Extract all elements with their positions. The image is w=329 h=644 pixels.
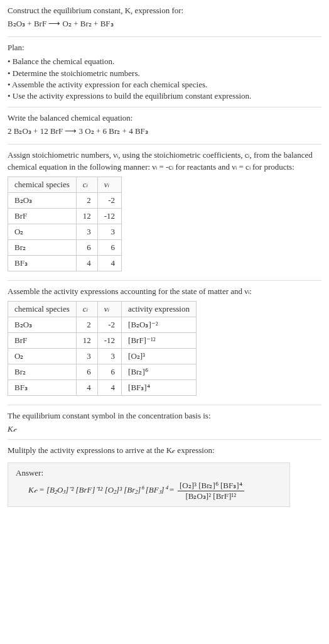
plan-item: • Determine the stoichiometric numbers. (8, 68, 321, 79)
cell-c: 2 (76, 317, 97, 332)
cell-species: O₂ (8, 224, 77, 239)
activity-section: Assemble the activity expressions accoun… (8, 286, 321, 405)
cell-c: 3 (76, 348, 97, 364)
symbol-kc: K𝒸 (8, 424, 321, 434)
cell-v: -12 (97, 208, 121, 224)
intro-equation: B₂O₃ + BrF ⟶ O₂ + Br₂ + BF₃ (8, 19, 321, 29)
cell-activity: [B₂O₃]⁻² (122, 317, 197, 332)
multiply-section: Mulitply the activity expressions to arr… (8, 445, 321, 512)
answer-fraction: [O₂]³ [Br₂]⁶ [BF₃]⁴ [B₂O₃]² [BrF]¹² (178, 481, 244, 501)
activity-table: chemical species cᵢ νᵢ activity expressi… (8, 301, 197, 396)
plan-section: Plan: • Balance the chemical equation. •… (8, 42, 321, 107)
cell-v: -12 (97, 332, 121, 348)
table-row: O₂ 3 3 [O₂]³ (8, 348, 197, 364)
balanced-line1: Write the balanced chemical equation: (8, 112, 321, 124)
cell-c: 3 (76, 224, 97, 239)
cell-v: 6 (97, 239, 121, 255)
cell-species: BF₃ (8, 255, 77, 271)
activity-text: Assemble the activity expressions accoun… (8, 286, 321, 297)
balanced-section: Write the balanced chemical equation: 2 … (8, 112, 321, 145)
plan-item: • Balance the chemical equation. (8, 56, 321, 67)
cell-species: B₂O₃ (8, 317, 77, 332)
table-row: Br₂ 6 6 (8, 239, 122, 255)
cell-v: 3 (97, 348, 121, 364)
cell-species: B₂O₃ (8, 192, 77, 208)
symbol-section: The equilibrium constant symbol in the c… (8, 410, 321, 440)
cell-activity: [O₂]³ (122, 348, 197, 364)
answer-lhs: K𝒸 = [B₂O₃]⁻² [BrF]⁻¹² [O₂]³ [Br₂]⁶ [BF₃… (28, 486, 176, 495)
cell-activity: [BrF]⁻¹² (122, 332, 197, 348)
col-header: cᵢ (76, 301, 97, 317)
col-header: cᵢ (76, 177, 97, 192)
plan-list: • Balance the chemical equation. • Deter… (8, 56, 321, 102)
col-header: activity expression (122, 301, 197, 317)
table-header-row: chemical species cᵢ νᵢ (8, 177, 122, 192)
cell-species: Br₂ (8, 239, 77, 255)
table-row: BF₃ 4 4 [BF₃]⁴ (8, 379, 197, 395)
col-header: νᵢ (97, 301, 121, 317)
answer-label: Answer: (16, 468, 282, 478)
cell-v: 3 (97, 224, 121, 239)
answer-formula: K𝒸 = [B₂O₃]⁻² [BrF]⁻¹² [O₂]³ [Br₂]⁶ [BF₃… (16, 481, 282, 501)
cell-c: 12 (76, 208, 97, 224)
intro-section: Construct the equilibrium constant, K, e… (8, 5, 321, 37)
cell-v: -2 (97, 192, 121, 208)
fraction-numerator: [O₂]³ [Br₂]⁶ [BF₃]⁴ (178, 481, 244, 491)
answer-box: Answer: K𝒸 = [B₂O₃]⁻² [BrF]⁻¹² [O₂]³ [Br… (8, 462, 290, 507)
stoich-table: chemical species cᵢ νᵢ B₂O₃ 2 -2 BrF 12 … (8, 177, 122, 271)
multiply-text: Mulitply the activity expressions to arr… (8, 445, 321, 456)
intro-line1: Construct the equilibrium constant, K, e… (8, 5, 321, 16)
table-row: B₂O₃ 2 -2 [B₂O₃]⁻² (8, 317, 197, 332)
cell-v: 4 (97, 255, 121, 271)
stoich-section: Assign stoichiometric numbers, νᵢ, using… (8, 150, 321, 280)
cell-c: 4 (76, 379, 97, 395)
fraction-denominator: [B₂O₃]² [BrF]¹² (178, 491, 244, 501)
cell-species: BF₃ (8, 379, 77, 395)
cell-species: Br₂ (8, 364, 77, 379)
cell-species: BrF (8, 208, 77, 224)
balanced-equation: 2 B₂O₃ + 12 BrF ⟶ 3 O₂ + 6 Br₂ + 4 BF₃ (8, 126, 321, 136)
cell-species: BrF (8, 332, 77, 348)
cell-c: 4 (76, 255, 97, 271)
cell-c: 6 (76, 239, 97, 255)
table-row: BF₃ 4 4 (8, 255, 122, 271)
cell-activity: [BF₃]⁴ (122, 379, 197, 395)
cell-c: 12 (76, 332, 97, 348)
table-row: Br₂ 6 6 [Br₂]⁶ (8, 364, 197, 379)
plan-title: Plan: (8, 42, 321, 53)
cell-species: O₂ (8, 348, 77, 364)
plan-item: • Assemble the activity expression for e… (8, 79, 321, 90)
cell-v: -2 (97, 317, 121, 332)
cell-v: 4 (97, 379, 121, 395)
col-header: νᵢ (97, 177, 121, 192)
cell-v: 6 (97, 364, 121, 379)
stoich-text: Assign stoichiometric numbers, νᵢ, using… (8, 150, 321, 172)
cell-c: 6 (76, 364, 97, 379)
plan-item: • Use the activity expressions to build … (8, 90, 321, 102)
table-row: BrF 12 -12 (8, 208, 122, 224)
cell-c: 2 (76, 192, 97, 208)
col-header: chemical species (8, 301, 77, 317)
table-header-row: chemical species cᵢ νᵢ activity expressi… (8, 301, 197, 317)
cell-activity: [Br₂]⁶ (122, 364, 197, 379)
table-row: O₂ 3 3 (8, 224, 122, 239)
table-row: B₂O₃ 2 -2 (8, 192, 122, 208)
col-header: chemical species (8, 177, 77, 192)
symbol-line1: The equilibrium constant symbol in the c… (8, 410, 321, 422)
table-row: BrF 12 -12 [BrF]⁻¹² (8, 332, 197, 348)
